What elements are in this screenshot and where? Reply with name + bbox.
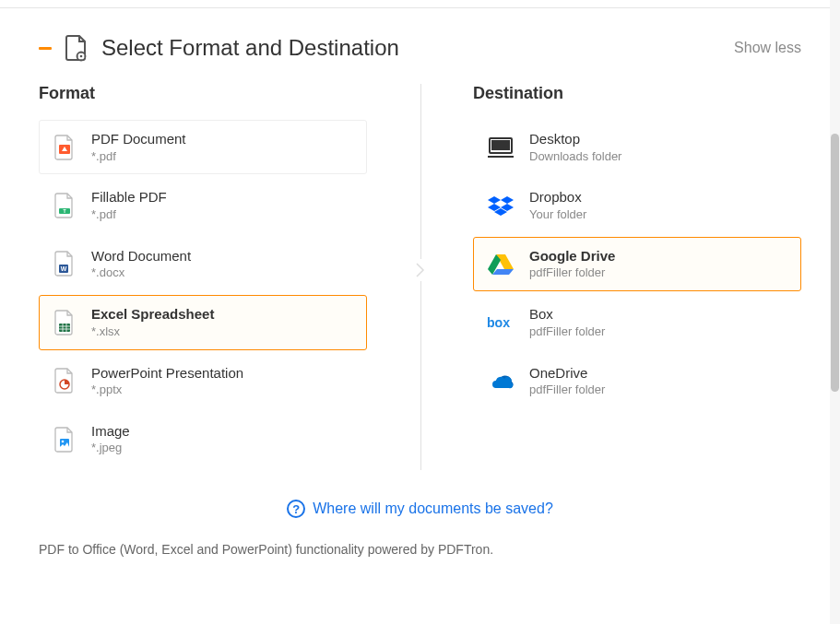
help-link[interactable]: ? Where will my documents be saved? bbox=[39, 500, 801, 518]
google-drive-icon bbox=[487, 250, 515, 277]
format-option-title: PDF Document bbox=[91, 130, 353, 148]
powerpoint-file-icon bbox=[53, 366, 77, 395]
destination-option-title: OneDrive bbox=[529, 364, 787, 383]
svg-text:box: box bbox=[487, 315, 510, 330]
section-header: Select Format and Destination Show less bbox=[39, 8, 801, 84]
destination-option-sub: pdfFiller folder bbox=[529, 265, 787, 281]
format-option-excel[interactable]: Excel Spreadsheet *.xlsx bbox=[39, 295, 367, 349]
image-file-icon bbox=[53, 425, 77, 454]
format-option-word[interactable]: W Word Document *.docx bbox=[39, 237, 367, 291]
excel-file-icon bbox=[53, 308, 77, 337]
destination-option-title: Desktop bbox=[529, 130, 787, 148]
help-link-text: Where will my documents be saved? bbox=[313, 500, 553, 517]
destination-option-sub: pdfFiller folder bbox=[529, 383, 787, 398]
format-option-pdf[interactable]: PDF Document *.pdf bbox=[39, 120, 367, 174]
onedrive-icon bbox=[487, 367, 515, 394]
desktop-icon bbox=[487, 134, 515, 161]
pdf-file-icon bbox=[53, 133, 77, 162]
scrollbar-track[interactable] bbox=[830, 0, 840, 624]
format-option-sub: *.xlsx bbox=[91, 324, 353, 340]
format-option-powerpoint[interactable]: PowerPoint Presentation *.pptx bbox=[39, 354, 367, 408]
format-column-title: Format bbox=[39, 84, 367, 103]
destination-option-title: Google Drive bbox=[529, 247, 787, 265]
destination-option-sub: pdfFiller folder bbox=[529, 324, 787, 340]
format-option-title: PowerPoint Presentation bbox=[91, 364, 353, 383]
destination-option-google-drive[interactable]: Google Drive pdfFiller folder bbox=[473, 237, 801, 291]
format-option-sub: *.pdf bbox=[91, 149, 353, 165]
divider-arrow-icon bbox=[413, 259, 428, 281]
format-option-title: Excel Spreadsheet bbox=[91, 305, 353, 324]
svg-point-18 bbox=[62, 440, 65, 442]
dropbox-icon bbox=[487, 192, 515, 219]
footer-note: PDF to Office (Word, Excel and PowerPoin… bbox=[39, 542, 801, 557]
format-option-sub: *.jpeg bbox=[91, 441, 353, 456]
destination-option-title: Box bbox=[529, 305, 787, 324]
format-option-title: Word Document bbox=[91, 247, 353, 265]
collapse-icon[interactable] bbox=[39, 47, 52, 50]
destination-option-title: Dropbox bbox=[529, 188, 787, 206]
format-column: Format PDF Document *.pdf T Fillable PDF… bbox=[39, 84, 413, 470]
destination-column-title: Destination bbox=[473, 84, 801, 103]
format-option-sub: *.pdf bbox=[91, 207, 353, 223]
destination-option-sub: Your folder bbox=[529, 207, 787, 223]
svg-text:T: T bbox=[63, 208, 65, 214]
svg-rect-20 bbox=[491, 140, 510, 150]
destination-option-dropbox[interactable]: Dropbox Your folder bbox=[473, 178, 801, 232]
format-option-title: Image bbox=[91, 422, 353, 441]
word-file-icon: W bbox=[53, 249, 77, 278]
format-option-sub: *.docx bbox=[91, 265, 353, 281]
help-icon: ? bbox=[287, 500, 305, 518]
destination-option-onedrive[interactable]: OneDrive pdfFiller folder bbox=[473, 354, 801, 408]
box-icon: box bbox=[487, 309, 515, 336]
destination-option-box[interactable]: box Box pdfFiller folder bbox=[473, 295, 801, 349]
show-less-toggle[interactable]: Show less bbox=[734, 40, 801, 56]
file-gear-icon bbox=[65, 34, 89, 62]
format-option-image[interactable]: Image *.jpeg bbox=[39, 412, 367, 466]
fillable-pdf-file-icon: T bbox=[53, 191, 77, 220]
format-option-fillable-pdf[interactable]: T Fillable PDF *.pdf bbox=[39, 178, 367, 232]
svg-text:W: W bbox=[61, 265, 67, 272]
svg-rect-11 bbox=[59, 324, 70, 332]
section-title: Select Format and Destination bbox=[101, 35, 399, 61]
destination-option-sub: Downloads folder bbox=[529, 149, 787, 165]
svg-point-1 bbox=[80, 55, 83, 58]
destination-option-desktop[interactable]: Desktop Downloads folder bbox=[473, 120, 801, 174]
format-option-sub: *.pptx bbox=[91, 383, 353, 398]
scrollbar-thumb[interactable] bbox=[831, 134, 839, 392]
destination-column: Destination Desktop Downloads folder Dro… bbox=[413, 84, 801, 470]
format-option-title: Fillable PDF bbox=[91, 188, 353, 206]
